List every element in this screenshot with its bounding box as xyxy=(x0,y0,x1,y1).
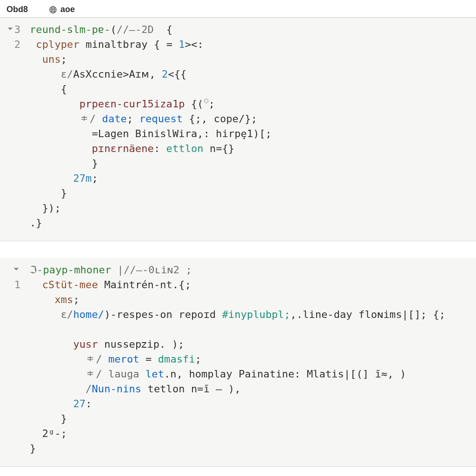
line-number[interactable] xyxy=(0,126,23,141)
code-token: Nun-nins xyxy=(92,383,141,395)
fold-toggle-icon[interactable] xyxy=(13,262,20,277)
code-token: ε/ xyxy=(30,309,73,320)
code-line[interactable]: 27m; xyxy=(30,171,471,186)
code-token xyxy=(30,172,73,184)
line-number[interactable] xyxy=(0,67,23,82)
code-line[interactable]: uns; xyxy=(30,52,471,67)
code-line[interactable]: yusr nussepᴢip. ); xyxy=(30,337,471,352)
code-token: request xyxy=(139,113,183,125)
line-number[interactable] xyxy=(0,426,23,441)
code-token: let xyxy=(145,368,164,380)
line-number[interactable] xyxy=(0,52,23,67)
code-token: {( xyxy=(185,98,204,110)
code-token: minaltbray { xyxy=(79,39,166,50)
code-line[interactable]: prpeɛn-cur15iza1p {(꙳; xyxy=(30,97,471,112)
globe-icon xyxy=(48,5,58,14)
code-line[interactable]: ⧧/ lauga let.n, homplay Painatine: Mlati… xyxy=(30,367,471,382)
code-line[interactable]: } xyxy=(30,411,471,426)
code-line[interactable]: reund-slm-pɐ-(//—-2D { xyxy=(30,22,471,37)
code-line[interactable]: { xyxy=(30,82,471,97)
code-token: { xyxy=(30,83,67,95)
code-token: ; xyxy=(209,98,215,110)
code-token: ={} xyxy=(216,143,234,154)
line-number[interactable] xyxy=(0,382,23,397)
line-number[interactable] xyxy=(0,292,23,307)
code-token: ettlon xyxy=(166,143,204,154)
code-token: } xyxy=(30,187,67,199)
code-line[interactable]: } xyxy=(30,156,471,171)
code-line[interactable]: cplyper minaltbray { = 1><: xyxy=(30,37,471,52)
code-token: } xyxy=(30,443,36,454)
code-token: }; xyxy=(245,113,258,125)
code-line[interactable]: cStüt-mee Maintrén-nt.{; xyxy=(30,278,471,292)
code-token: cope/ xyxy=(214,113,245,125)
code-line[interactable]: xms; xyxy=(30,292,471,307)
code-line[interactable]: /Nun-nins tetlon n=ī — ), xyxy=(30,382,471,397)
code-token: }); xyxy=(30,202,61,214)
line-number[interactable] xyxy=(0,322,23,337)
code-line[interactable]: .} xyxy=(30,216,471,231)
code-line[interactable]: pɪnɛrnäene: ettlon n={} xyxy=(30,141,471,156)
code-token: date xyxy=(102,113,127,125)
code-token: ; xyxy=(73,294,79,305)
code-token: = xyxy=(166,39,172,50)
code-line[interactable]: ℑ-payp-mhoner |//—-0ʟiɴ2 ; xyxy=(30,263,471,278)
code-line[interactable]: 2ᵍ-; xyxy=(30,426,471,441)
code-line[interactable]: } xyxy=(30,441,471,456)
code-line[interactable]: ⧧/ date; request {;, cope/}; xyxy=(30,112,471,126)
line-number[interactable] xyxy=(0,82,23,97)
code-token: <{{ xyxy=(168,68,186,80)
code-token: .} xyxy=(30,217,42,229)
code-token: / xyxy=(30,383,92,395)
line-number[interactable] xyxy=(0,112,23,126)
tab-aoe[interactable]: aoe xyxy=(48,5,75,14)
line-gutter: 32 xyxy=(0,18,23,241)
code-token: nussepᴢip. ); xyxy=(98,338,185,350)
line-number[interactable]: 3 xyxy=(0,22,23,37)
code-block[interactable]: reund-slm-pɐ-(//—-2D { cplyper minaltbra… xyxy=(26,18,476,241)
line-number[interactable] xyxy=(0,186,23,201)
code-line[interactable]: ε/AsXccnie>Aɪᴍ, 2<{{ xyxy=(30,67,471,82)
code-token: ⧧/ xyxy=(30,353,108,365)
line-number[interactable]: 2 xyxy=(0,37,23,52)
code-token: Maintrén-nt.{; xyxy=(98,279,191,291)
code-token xyxy=(30,279,42,291)
line-number[interactable] xyxy=(0,337,23,352)
code-line[interactable]: }); xyxy=(30,201,471,216)
line-number[interactable] xyxy=(0,441,23,456)
line-number[interactable] xyxy=(0,352,23,367)
code-token: {;, xyxy=(183,113,214,125)
tab-obd8[interactable]: Obd8 xyxy=(7,5,28,14)
line-gutter: 1 xyxy=(0,258,23,466)
code-token xyxy=(30,398,73,410)
code-token: //—-2D xyxy=(117,24,154,35)
line-number[interactable] xyxy=(0,263,23,278)
code-line[interactable] xyxy=(30,322,471,337)
fold-toggle-icon[interactable] xyxy=(7,21,13,36)
code-token: ; xyxy=(195,353,201,365)
code-token: , xyxy=(149,68,162,80)
code-token: AsXccnie>Aɪᴍ xyxy=(73,68,149,80)
code-token: ꙳ xyxy=(204,98,209,110)
line-number[interactable]: 1 xyxy=(0,278,23,292)
code-token: n xyxy=(204,143,216,154)
code-token: ><: xyxy=(185,39,204,50)
code-token: =Lagen BinislWira,: hirpȩ1)[; xyxy=(30,128,271,139)
code-token: : xyxy=(86,398,92,410)
line-number[interactable] xyxy=(0,307,23,322)
line-number[interactable] xyxy=(0,97,23,112)
line-number[interactable] xyxy=(0,141,23,156)
code-block[interactable]: ℑ-payp-mhoner |//—-0ʟiɴ2 ; cStüt-mee Mai… xyxy=(26,258,476,466)
code-line[interactable]: } xyxy=(30,186,471,201)
line-number[interactable] xyxy=(0,397,23,411)
line-number[interactable] xyxy=(0,216,23,231)
line-number[interactable] xyxy=(0,201,23,216)
code-line[interactable]: 27: xyxy=(30,397,471,411)
code-line[interactable]: ε/home/)-respes-on repoɪd #inyplubpl;,.l… xyxy=(30,307,471,322)
line-number[interactable] xyxy=(0,411,23,426)
line-number[interactable] xyxy=(0,367,23,382)
code-line[interactable]: ⧧/ merot = dmasfi; xyxy=(30,352,471,367)
line-number[interactable] xyxy=(0,156,23,171)
code-line[interactable]: =Lagen BinislWira,: hirpȩ1)[; xyxy=(30,126,471,141)
line-number[interactable] xyxy=(0,171,23,186)
